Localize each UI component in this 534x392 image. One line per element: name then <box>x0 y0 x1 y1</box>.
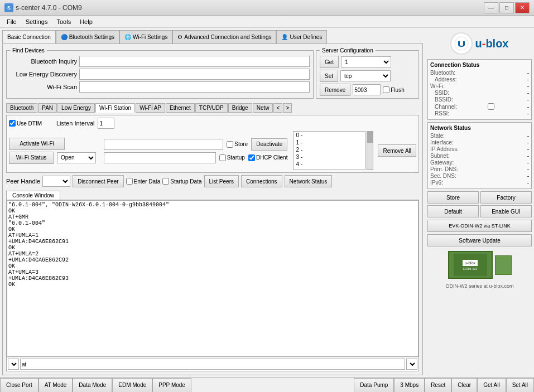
tab-basic-connection[interactable]: Basic Connection <box>2 30 56 43</box>
server-set-select[interactable]: tcp <box>340 70 391 81</box>
dhcp-label[interactable]: DHCP Client <box>248 154 288 161</box>
server-config-section: Get 1 Set tcp Remove <box>320 56 415 96</box>
tab-bluetooth-settings[interactable]: 🔵 Bluetooth Settings <box>56 30 119 43</box>
remove-all-button[interactable]: Remove All <box>378 144 416 157</box>
listen-interval-input[interactable] <box>98 118 114 129</box>
at-command-select2[interactable] <box>406 359 417 370</box>
subtab-bluetooth[interactable]: Bluetooth <box>6 103 37 113</box>
bluetooth-inquiry-input[interactable] <box>79 56 310 67</box>
enable-gui-button[interactable]: Enable GUI <box>480 205 532 217</box>
factory-button[interactable]: Factory <box>480 191 532 204</box>
subtab-bridge[interactable]: Bridge <box>228 103 252 113</box>
wifi-status-select[interactable]: Open <box>57 152 96 163</box>
list-peers-button[interactable]: List Peers <box>204 175 239 187</box>
wifi-network-list[interactable]: 0 - 1 - 2 - 3 - 4 - <box>293 131 365 170</box>
tab-user-defines[interactable]: 👤 User Defines <box>276 30 327 43</box>
maximize-button[interactable]: □ <box>499 2 514 13</box>
menu-settings[interactable]: Settings <box>21 17 52 26</box>
deactivate-button[interactable]: Deactivate <box>251 138 287 151</box>
peer-handle-select[interactable] <box>42 176 70 187</box>
list-scrollbar[interactable] <box>367 131 373 170</box>
minimize-button[interactable]: — <box>484 2 498 13</box>
store-label[interactable]: Store <box>227 141 248 148</box>
subtab-more[interactable]: < <box>273 103 282 113</box>
reset-button[interactable]: Reset <box>425 378 451 393</box>
wifi-network-input[interactable] <box>104 139 223 150</box>
list-item-3[interactable]: 3 - <box>294 153 365 161</box>
ppp-mode-button[interactable]: PPP Mode <box>152 378 191 393</box>
set-all-button[interactable]: Set All <box>506 378 534 393</box>
server-set-button[interactable]: Set <box>320 70 338 82</box>
subtab-netw[interactable]: Netw <box>253 103 273 113</box>
network-status-button[interactable]: Network Status <box>285 175 333 187</box>
title-bar-left: S s-center 4.7.0 - COM9 <box>4 3 82 12</box>
get-all-button[interactable]: Get All <box>477 378 506 393</box>
server-get-button[interactable]: Get <box>320 56 339 68</box>
channel-cb[interactable] <box>488 103 494 110</box>
subtab-tcp-udp[interactable]: TCP/UDP <box>195 103 228 113</box>
subtab-low-energy[interactable]: Low Energy <box>57 103 95 113</box>
activate-wifi-button[interactable]: Activate Wi-Fi <box>9 138 65 150</box>
low-energy-input[interactable] <box>79 69 310 80</box>
list-item-4[interactable]: 4 - <box>294 161 365 168</box>
3mbps-button[interactable]: 3 Mbps <box>394 378 425 393</box>
tab-wifi-settings[interactable]: 🌐 Wi-Fi Settings <box>119 30 172 43</box>
startup-label[interactable]: Startup <box>219 154 245 161</box>
conn-channel-checkbox[interactable] <box>488 103 494 110</box>
at-command-select[interactable] <box>8 359 19 370</box>
title-bar: S s-center 4.7.0 - COM9 — □ ✕ <box>0 0 534 16</box>
conn-wifi-row: Wi-Fi: - <box>430 83 529 89</box>
network-status-title: Network Status <box>430 125 529 131</box>
data-mode-button[interactable]: Data Mode <box>73 378 112 393</box>
server-flush-checkbox[interactable] <box>383 86 389 93</box>
list-item-1[interactable]: 1 - <box>294 139 365 146</box>
store-button[interactable]: Store <box>427 191 479 204</box>
console-tab[interactable]: Console Window <box>6 191 60 200</box>
tab-advanced-settings[interactable]: ⚙ Advanced Connection and Settings <box>172 30 276 43</box>
module-chip: u-blox ODIN-W2 <box>448 251 493 279</box>
server-remove-input[interactable] <box>353 84 381 95</box>
server-flush-label[interactable]: Flush <box>383 86 404 93</box>
menu-tools[interactable]: Tools <box>52 17 75 26</box>
at-mode-button[interactable]: AT Mode <box>39 378 73 393</box>
bottom-bar: Close Port AT Mode Data Mode EDM Mode PP… <box>0 378 534 392</box>
module-group: u-blox ODIN-W2 <box>448 251 512 279</box>
enter-data-label[interactable]: Enter Data <box>126 178 161 185</box>
close-port-button[interactable]: Close Port <box>0 378 39 393</box>
clear-button[interactable]: Clear <box>451 378 477 393</box>
dhcp-checkbox[interactable] <box>248 154 255 161</box>
at-command-input[interactable] <box>20 359 405 370</box>
wifi-password-input[interactable] <box>104 152 216 163</box>
store-checkbox[interactable] <box>227 141 233 148</box>
find-devices-fieldset: Find Devices Bluetooth Inquiry Low Energ… <box>6 47 314 99</box>
use-dtim-checkbox[interactable] <box>9 120 16 127</box>
subtab-ethernet[interactable]: Ethernet <box>166 103 195 113</box>
startup-data-checkbox[interactable] <box>162 178 169 185</box>
connections-button[interactable]: Connections <box>241 175 282 187</box>
data-pump-button[interactable]: Data Pump <box>354 378 394 393</box>
use-dtim-label[interactable]: Use DTIM <box>9 120 42 127</box>
disconnect-peer-button[interactable]: Disconnect Peer <box>73 175 123 187</box>
console-output: "6.0.1-004", "ODIN-W26X-6.0.1-004-0-g9bb… <box>7 200 418 357</box>
subtab-wifi-station[interactable]: Wi-Fi Station <box>95 103 135 113</box>
close-button[interactable]: ✕ <box>515 2 530 13</box>
user-tab-icon: 👤 <box>281 34 288 40</box>
subtab-wifi-ap[interactable]: Wi-Fi AP <box>136 103 165 113</box>
wifi-scan-input[interactable] <box>79 81 310 93</box>
subtab-more2[interactable]: > <box>283 103 292 113</box>
startup-checkbox[interactable] <box>219 154 226 161</box>
software-update-button[interactable]: Software Update <box>427 234 532 246</box>
edm-mode-button[interactable]: EDM Mode <box>112 378 152 393</box>
wifi-status-button[interactable]: Wi-Fi Status <box>9 152 54 164</box>
list-item-0[interactable]: 0 - <box>294 132 365 139</box>
startup-data-label[interactable]: Startup Data <box>162 178 201 185</box>
evk-button[interactable]: EVK-ODIN-W2 via ST-LINK <box>427 220 532 232</box>
server-get-select[interactable]: 1 <box>341 56 391 67</box>
menu-help[interactable]: Help <box>75 17 97 26</box>
subtab-pan[interactable]: PAN <box>38 103 57 113</box>
list-item-2[interactable]: 2 - <box>294 146 365 153</box>
enter-data-checkbox[interactable] <box>126 178 133 185</box>
default-button[interactable]: Default <box>427 205 479 217</box>
menu-file[interactable]: File <box>2 17 21 26</box>
server-remove-button[interactable]: Remove <box>320 84 350 96</box>
